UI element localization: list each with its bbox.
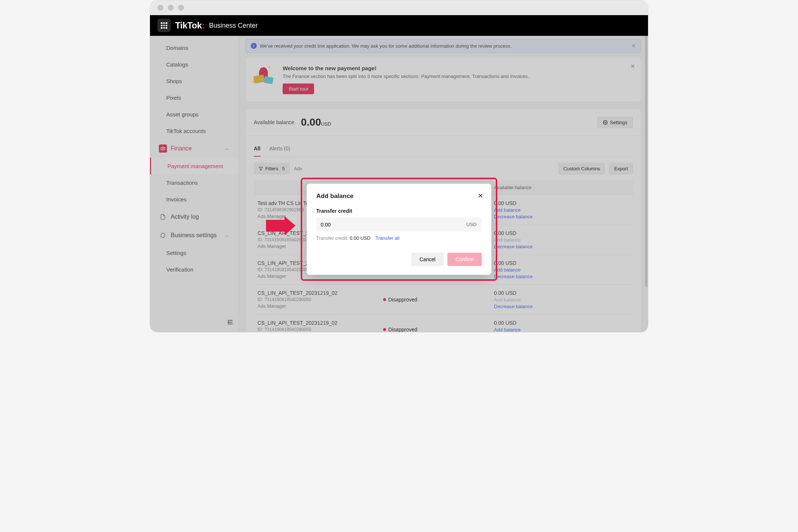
app-menu-button[interactable]	[157, 19, 171, 32]
add-balance-modal: Add balance ✕ Transfer credit USD Transf…	[307, 184, 491, 275]
transfer-all-link[interactable]: Transfer all	[376, 235, 400, 241]
transfer-credit-input-row: USD	[316, 218, 482, 232]
window-dot	[168, 5, 174, 11]
grid-icon	[161, 22, 167, 29]
brand-subtitle: Business Center	[209, 22, 258, 30]
helper-value: 0.00 USD	[350, 235, 371, 241]
callout-arrow-icon	[266, 216, 296, 235]
window-dot	[157, 5, 163, 11]
confirm-button[interactable]: Confirm	[447, 253, 482, 266]
modal-close-button[interactable]: ✕	[478, 192, 483, 200]
transfer-credit-label: Transfer credit	[316, 208, 482, 214]
browser-chrome	[150, 0, 648, 15]
transfer-credit-currency: USD	[461, 218, 482, 232]
helper-label: Transfer credit:	[316, 235, 348, 241]
transfer-credit-input[interactable]	[316, 218, 461, 232]
app-header: TikTok: Business Center	[150, 15, 648, 36]
browser-frame: TikTok: Business Center Domains Catalogs…	[150, 0, 648, 332]
transfer-credit-helper: Transfer credit: 0.00 USD Transfer all	[316, 235, 482, 241]
cancel-button[interactable]: Cancel	[411, 253, 444, 266]
modal-title: Add balance	[316, 192, 482, 200]
window-dot	[178, 5, 184, 11]
modal-overlay: Add balance ✕ Transfer credit USD Transf…	[150, 36, 648, 332]
brand-logo: TikTok:	[175, 20, 205, 31]
